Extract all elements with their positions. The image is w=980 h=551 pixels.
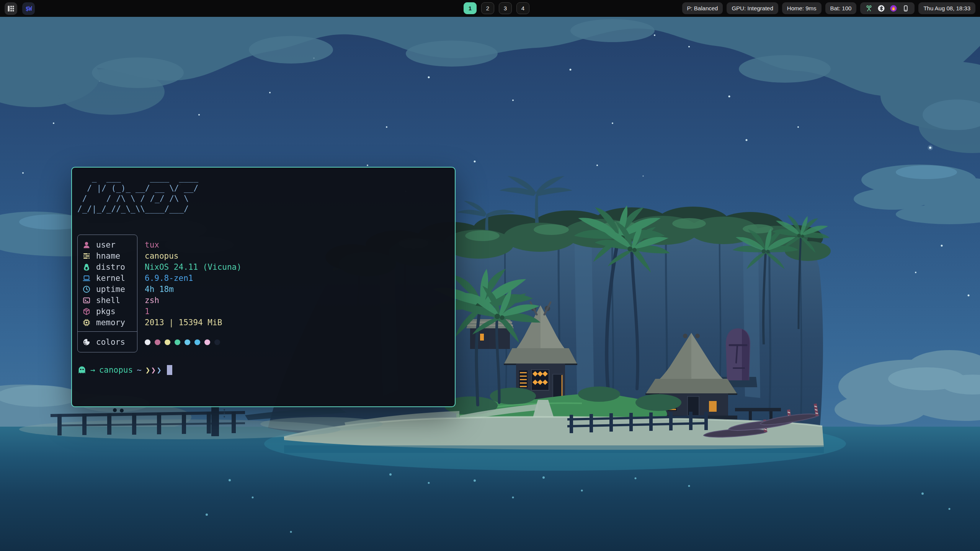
- apps-launcher-button[interactable]: [5, 2, 17, 15]
- color-swatch: [214, 339, 220, 345]
- bar-right-group: P: Balanced GPU: Integrated Home: 9ms Ba…: [682, 2, 975, 14]
- fetch-row-user: user: [78, 239, 137, 250]
- clock-pill[interactable]: Thu Aug 08, 18:33: [918, 2, 975, 14]
- fetch-value-kernel: 6.9.8-zen1: [145, 274, 193, 283]
- fetch-value-hname: canopus: [145, 251, 179, 261]
- list-icon: [82, 252, 91, 260]
- ascii-art-line: /_/|_/_//_\_\\____/___/: [77, 204, 449, 214]
- ascii-art-line: / |/ (_)_ __/ __ \/ __/: [77, 183, 449, 194]
- clock-label: Thu Aug 08, 18:33: [923, 5, 970, 11]
- laptop-icon: [82, 274, 91, 282]
- flameshot-icon[interactable]: [890, 5, 897, 12]
- ping-pill[interactable]: Home: 9ms: [782, 2, 822, 14]
- ascii-art-line: / / /\ \ / /_/ /\ \: [77, 194, 449, 204]
- palette-icon: [82, 338, 91, 346]
- fetch-label-box: user hname distro: [77, 235, 137, 352]
- fetch-label-memory: memory: [96, 318, 125, 327]
- fetch-value-shell: zsh: [145, 296, 159, 305]
- fetch-value-distro: NixOS 24.11 (Vicuna): [145, 262, 242, 272]
- prompt-chevron: ❯: [157, 365, 162, 375]
- bar-left-group: $W: [5, 2, 35, 15]
- shell-prompt[interactable]: → canopus ~ ❯ ❯ ❯: [77, 365, 449, 375]
- fetch-value-user: tux: [145, 240, 159, 249]
- fetch-row-pkgs: pkgs: [78, 306, 137, 317]
- colors-label: colors: [96, 337, 125, 347]
- fetch-label-uptime: uptime: [96, 285, 125, 294]
- terminal-icon: [82, 296, 91, 305]
- prompt-hostname: canopus: [99, 365, 133, 375]
- power-profile-pill[interactable]: P: Balanced: [682, 2, 723, 14]
- workspace-4[interactable]: 4: [516, 2, 529, 14]
- fetch-output: user hname distro: [77, 235, 449, 352]
- scissors-icon[interactable]: [866, 5, 872, 12]
- fetch-row-colors: colors: [78, 332, 137, 352]
- color-swatch: [145, 339, 150, 345]
- power-profile-label: P: Balanced: [687, 5, 718, 11]
- workspace-switcher: 1 2 3 4: [464, 2, 529, 14]
- ghost-icon: [77, 365, 87, 375]
- fetch-row-shell: shell: [78, 295, 137, 306]
- fetch-value-memory: 2013 | 15394 MiB: [145, 318, 222, 327]
- fetch-row-kernel: kernel: [78, 272, 137, 284]
- fetch-value-pkgs: 1: [145, 307, 150, 316]
- ping-label: Home: 9ms: [787, 5, 817, 11]
- fetch-row-uptime: uptime: [78, 284, 137, 295]
- fetch-values: tux canopus NixOS 24.11 (Vicuna) 6.9.8-z…: [145, 235, 242, 352]
- prompt-path: ~: [137, 365, 142, 375]
- prompt-arrow: →: [90, 365, 95, 375]
- workspace-3[interactable]: 3: [499, 2, 512, 14]
- color-swatches: [145, 332, 242, 352]
- top-bar: $W 1 2 3 4 P: Balanced GPU: Integrated H…: [0, 0, 980, 17]
- fetch-label-pkgs: pkgs: [96, 307, 116, 316]
- prompt-chevron: ❯: [151, 365, 156, 375]
- penguin-icon: [82, 263, 91, 271]
- text-cursor: [167, 365, 172, 375]
- fetch-label-shell: shell: [96, 296, 120, 305]
- fetch-label-kernel: kernel: [96, 274, 125, 283]
- battery-pill[interactable]: Bat: 100: [825, 2, 857, 14]
- pixel-logo-text: $W: [25, 5, 31, 12]
- gpu-pill[interactable]: GPU: Integrated: [727, 2, 778, 14]
- color-swatch: [165, 339, 170, 345]
- workspace-1[interactable]: 1: [464, 2, 477, 14]
- fetch-label-user: user: [96, 240, 116, 249]
- color-swatch: [194, 339, 200, 345]
- chip-icon: [82, 318, 91, 327]
- fetch-label-distro: distro: [96, 262, 125, 272]
- terminal-window[interactable]: _ ___ ____ ____ / |/ (_)_ __/ __ \/ __/ …: [71, 167, 456, 407]
- bluetooth-icon[interactable]: [878, 5, 885, 12]
- phone-icon[interactable]: [902, 5, 909, 12]
- prompt-chevron: ❯: [145, 365, 150, 375]
- ascii-art-line: _ ___ ____ ____: [77, 173, 449, 183]
- fetch-row-hname: hname: [78, 250, 137, 261]
- workspace-2[interactable]: 2: [481, 2, 494, 14]
- fetch-row-memory: memory: [78, 317, 137, 328]
- battery-label: Bat: 100: [830, 5, 852, 11]
- fetch-label-hname: hname: [96, 251, 120, 261]
- clock-icon: [82, 285, 91, 293]
- system-tray: [860, 2, 915, 14]
- apps-grid-icon: [7, 5, 15, 12]
- pixel-logo-button[interactable]: $W: [22, 2, 35, 15]
- color-swatch: [185, 339, 190, 345]
- color-swatch: [204, 339, 210, 345]
- gpu-label: GPU: Integrated: [732, 5, 773, 11]
- color-swatch: [175, 339, 180, 345]
- user-icon: [82, 241, 91, 249]
- package-icon: [82, 307, 91, 316]
- color-swatch: [155, 339, 160, 345]
- fetch-value-uptime: 4h 18m: [145, 285, 174, 294]
- fetch-row-distro: distro: [78, 261, 137, 272]
